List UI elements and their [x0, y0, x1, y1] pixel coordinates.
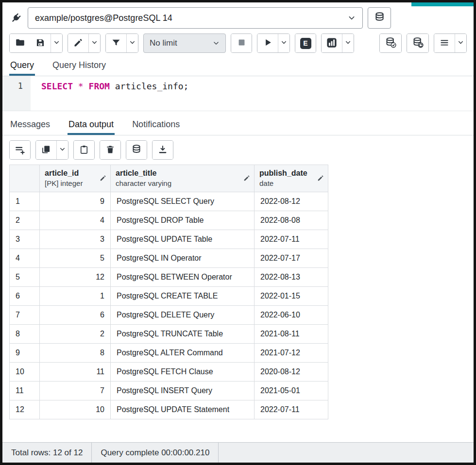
article-id-cell[interactable]: 12 — [40, 268, 111, 287]
execute-button[interactable] — [257, 34, 278, 52]
rollback-button[interactable] — [407, 34, 428, 52]
save-dropdown-button[interactable] — [51, 34, 62, 52]
row-number-cell[interactable]: 8 — [10, 325, 40, 344]
tab-query[interactable]: Query — [9, 57, 35, 76]
article-title-cell[interactable]: PostgreSQL UPDATE Table — [111, 230, 255, 249]
row-number-cell[interactable]: 9 — [10, 344, 40, 363]
sql-identifier: articles_info; — [110, 81, 189, 91]
column-header-publish-date[interactable]: publish_date date — [255, 165, 328, 192]
commit-button[interactable] — [380, 34, 401, 52]
tab-data-output[interactable]: Data output — [68, 116, 115, 135]
publish-date-cell[interactable]: 2022-06-10 — [255, 306, 328, 325]
article-id-cell[interactable]: 6 — [40, 306, 111, 325]
database-icon — [131, 144, 142, 156]
paste-button[interactable] — [74, 141, 94, 159]
macros-button[interactable] — [434, 34, 455, 52]
article-id-cell[interactable]: 10 — [40, 400, 111, 419]
stop-button[interactable] — [231, 34, 252, 52]
article-id-cell[interactable]: 2 — [40, 325, 111, 344]
filter-button[interactable] — [106, 34, 126, 52]
row-number-cell[interactable]: 6 — [10, 287, 40, 306]
edit-button[interactable] — [68, 34, 88, 52]
save-button[interactable] — [30, 34, 51, 52]
row-number-cell[interactable]: 4 — [10, 249, 40, 268]
row-number-cell[interactable]: 11 — [10, 382, 40, 400]
commit-icon — [385, 37, 396, 50]
copy-dropdown-button[interactable] — [56, 141, 68, 159]
add-row-button-group — [9, 140, 31, 160]
execute-icon — [263, 38, 272, 49]
column-header-article-title[interactable]: article_title character varying — [111, 165, 255, 192]
column-type: character varying — [116, 179, 241, 188]
article-id-cell[interactable]: 1 — [40, 287, 111, 306]
chevron-down-icon — [59, 146, 66, 154]
article-title-cell[interactable]: PostgreSQL ALTER Command — [111, 344, 255, 363]
download-button[interactable] — [153, 141, 173, 159]
execute-dropdown-button[interactable] — [278, 34, 289, 52]
row-number-cell[interactable]: 2 — [10, 211, 40, 230]
row-number-cell[interactable]: 10 — [10, 363, 40, 382]
explain-dropdown-button[interactable] — [342, 34, 354, 52]
open-file-button[interactable] — [10, 34, 30, 52]
explain-button[interactable]: E — [295, 34, 316, 52]
article-id-cell[interactable]: 3 — [40, 230, 111, 249]
article-title-cell[interactable]: PostgreSQL IN Operator — [111, 249, 255, 268]
save-data-button[interactable] — [126, 141, 147, 159]
row-number-cell[interactable]: 3 — [10, 230, 40, 249]
sql-code-area[interactable]: SELECT * FROM articles_info; — [31, 76, 474, 111]
article-id-cell[interactable]: 9 — [40, 192, 111, 211]
explain-button-group: E — [295, 33, 316, 53]
publish-date-cell[interactable]: 2022-08-08 — [255, 211, 328, 230]
article-id-cell[interactable]: 8 — [40, 344, 111, 363]
edit-column-icon[interactable] — [241, 175, 250, 182]
publish-date-cell[interactable]: 2022-07-17 — [255, 249, 328, 268]
article-title-cell[interactable]: PostgreSQL UPDATE Statement — [111, 400, 255, 419]
edit-column-icon[interactable] — [98, 175, 106, 182]
row-number-cell[interactable]: 7 — [10, 306, 40, 325]
editor-tabs: Query Query History — [2, 57, 474, 76]
publish-date-cell[interactable]: 2020-08-12 — [255, 363, 328, 382]
delete-row-button[interactable] — [100, 141, 120, 159]
article-title-cell[interactable]: PostgreSQL SELECT Query — [111, 192, 255, 211]
publish-date-cell[interactable]: 2022-08-12 — [255, 192, 328, 211]
connection-select[interactable]: example/postgres@PostgreSQL 14 — [28, 7, 363, 29]
publish-date-cell[interactable]: 2022-07-11 — [255, 230, 328, 249]
copy-button[interactable] — [36, 141, 56, 159]
article-title-cell[interactable]: PostgreSQL TRUNCATE Table — [111, 325, 255, 344]
new-connection-button[interactable] — [368, 7, 391, 29]
article-id-cell[interactable]: 11 — [40, 363, 111, 382]
article-title-cell[interactable]: PostgreSQL FETCH Clause — [111, 363, 255, 382]
edit-column-icon[interactable] — [315, 175, 324, 182]
publish-date-cell[interactable]: 2021-07-12 — [255, 344, 328, 363]
explain-analyze-icon — [326, 37, 337, 50]
article-title-cell[interactable]: PostgreSQL INSERT Query — [111, 382, 255, 400]
publish-date-cell[interactable]: 2022-07-11 — [255, 400, 328, 419]
article-title-cell[interactable]: PostgreSQL BETWEEN Operator — [111, 268, 255, 287]
tab-messages[interactable]: Messages — [9, 116, 51, 135]
article-id-cell[interactable]: 7 — [40, 382, 111, 400]
filter-dropdown-button[interactable] — [126, 34, 138, 52]
edit-dropdown-button[interactable] — [88, 34, 100, 52]
row-number-cell[interactable]: 12 — [10, 400, 40, 419]
add-row-button[interactable] — [10, 141, 30, 159]
article-title-cell[interactable]: PostgreSQL DROP Table — [111, 211, 255, 230]
publish-date-cell[interactable]: 2022-08-13 — [255, 268, 328, 287]
article-title-cell[interactable]: PostgreSQL CREATE TABLE — [111, 287, 255, 306]
row-number-cell[interactable]: 1 — [10, 192, 40, 211]
article-title-cell[interactable]: PostgreSQL DELETE Query — [111, 306, 255, 325]
publish-date-cell[interactable]: 2021-05-01 — [255, 382, 328, 400]
publish-date-cell[interactable]: 2021-08-11 — [255, 325, 328, 344]
macros-dropdown-button[interactable] — [455, 34, 466, 52]
chevron-down-icon — [207, 40, 225, 47]
row-limit-select[interactable]: No limit — [143, 33, 226, 53]
tab-notifications[interactable]: Notifications — [131, 116, 181, 135]
tab-query-history[interactable]: Query History — [51, 57, 107, 76]
article-id-cell[interactable]: 5 — [40, 249, 111, 268]
article-id-cell[interactable]: 4 — [40, 211, 111, 230]
row-number-cell[interactable]: 5 — [10, 268, 40, 287]
rollback-button-group — [407, 33, 429, 53]
stop-button-group — [231, 33, 252, 53]
column-header-article-id[interactable]: article_id [PK] integer — [40, 165, 111, 192]
explain-analyze-button[interactable] — [322, 34, 342, 52]
publish-date-cell[interactable]: 2022-01-15 — [255, 287, 328, 306]
